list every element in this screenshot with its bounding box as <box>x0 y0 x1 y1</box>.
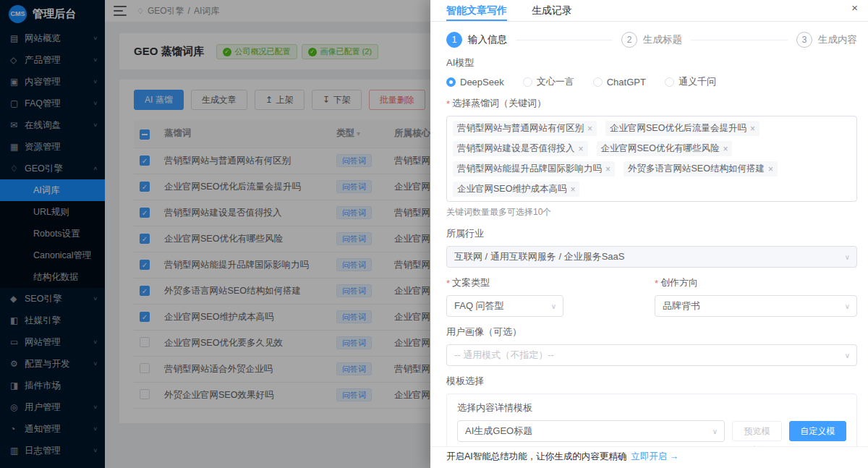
remove-tag-icon[interactable]: × <box>768 164 773 174</box>
radio-icon <box>665 77 674 87</box>
ai-writing-drawer: 智能文章写作生成记录× 1输入信息2生成标题3生成内容 AI模型 DeepSee… <box>430 0 868 468</box>
radio-label: DeepSeek <box>460 77 504 88</box>
step-label: 输入信息 <box>468 33 507 46</box>
keyword-tag: 营销型网站与普通网站有何区别× <box>453 121 597 136</box>
keyword-tag-label: 企业官网SEO维护成本高吗 <box>457 183 566 195</box>
step-number: 3 <box>796 32 812 48</box>
radio-label: 文心一言 <box>537 75 574 88</box>
remove-tag-icon[interactable]: × <box>750 124 755 134</box>
keyword-tag-label: 营销型网站与普通网站有何区别 <box>457 122 584 135</box>
custom-template-button[interactable]: 自定义模板 <box>789 421 846 441</box>
drawer-body: 1输入信息2生成标题3生成内容 AI模型 DeepSeek文心一言ChatGPT… <box>430 22 868 446</box>
chevron-down-icon: ∨ <box>845 352 850 359</box>
keyword-tag: 营销型网站能提升品牌国际影响力吗× <box>453 161 615 176</box>
ai-model-radio-group: DeepSeek文心一言ChatGPT通义千问 <box>446 75 857 88</box>
ai-model-label: AI模型 <box>446 56 857 69</box>
template-section-label: 模板选择 <box>446 375 857 388</box>
keyword-tag-label: 外贸多语言网站SEO结构如何搭建 <box>628 163 765 175</box>
radio-icon <box>593 77 603 87</box>
radio-icon <box>446 77 456 87</box>
model-radio-文心一言[interactable]: 文心一言 <box>523 75 574 88</box>
chevron-down-icon: ∨ <box>845 302 850 310</box>
keyword-tag: 企业官网SEO维护成本高吗× <box>453 182 579 197</box>
keywords-label: *选择蒸馏词（关键词） <box>446 97 857 110</box>
tab-智能文章写作[interactable]: 智能文章写作 <box>446 0 507 21</box>
radio-icon <box>523 77 532 87</box>
modal-mask[interactable] <box>0 0 430 468</box>
keyword-tag-label: 企业官网SEO优化有哪些风险 <box>601 142 720 155</box>
step-line <box>516 40 613 41</box>
chevron-down-icon: ∨ <box>712 427 718 435</box>
step-label: 生成内容 <box>818 33 857 46</box>
tab-生成记录[interactable]: 生成记录 <box>532 0 572 21</box>
chevron-down-icon: ∨ <box>845 253 850 261</box>
keywords-select[interactable]: 营销型网站与普通网站有何区别×企业官网SEO优化后流量会提升吗×营销型网站建设是… <box>446 116 857 202</box>
drawer-footer: 开启AI智能总结功能，让你生成的内容更精确 立即开启 → <box>430 446 868 468</box>
industry-label: 所属行业 <box>446 227 857 240</box>
remove-tag-icon[interactable]: × <box>723 144 728 154</box>
step-1: 1输入信息 <box>446 32 507 48</box>
direction-label: *创作方向 <box>655 276 857 289</box>
step-line <box>691 40 788 41</box>
step-label: 生成标题 <box>643 33 682 46</box>
keyword-tag: 外贸多语言网站SEO结构如何搭建× <box>624 161 778 176</box>
template-box: 选择内容详情模板 AI生成GEO标题∨ 预览模板 自定义模板 当前模板说明：用于… <box>446 393 857 446</box>
radio-label: 通义千问 <box>678 75 716 88</box>
keyword-tag: 营销型网站建设是否值得投入× <box>453 141 588 156</box>
radio-label: ChatGPT <box>607 77 646 88</box>
persona-label: 用户画像（可选） <box>446 326 857 339</box>
persona-select[interactable]: -- 通用模式（不指定）--∨ <box>446 344 857 366</box>
step-2: 2生成标题 <box>621 32 682 48</box>
template-select[interactable]: AI生成GEO标题∨ <box>457 420 725 442</box>
footer-text: 开启AI智能总结功能，让你生成的内容更精确 <box>446 451 626 463</box>
keyword-tag-label: 营销型网站能提升品牌国际影响力吗 <box>457 163 602 175</box>
direction-select[interactable]: 品牌背书∨ <box>655 295 857 317</box>
template-select-label: 选择内容详情模板 <box>457 401 846 414</box>
remove-tag-icon[interactable]: × <box>579 144 584 154</box>
model-radio-DeepSeek[interactable]: DeepSeek <box>446 77 504 88</box>
keyword-tag: 企业官网SEO优化有哪些风险× <box>597 141 733 156</box>
remove-tag-icon[interactable]: × <box>605 164 610 174</box>
step-number: 2 <box>621 32 637 48</box>
steps-bar: 1输入信息2生成标题3生成内容 <box>446 32 857 48</box>
industry-select[interactable]: 互联网 / 通用互联网服务 / 企业服务SaaS∨ <box>446 246 857 268</box>
doc-type-select[interactable]: FAQ 问答型∨ <box>446 295 563 317</box>
remove-tag-icon[interactable]: × <box>570 184 575 195</box>
keyword-tag-label: 营销型网站建设是否值得投入 <box>457 142 575 155</box>
remove-tag-icon[interactable]: × <box>587 124 592 134</box>
step-3: 3生成内容 <box>796 32 857 48</box>
keyword-tag: 企业官网SEO优化后流量会提升吗× <box>605 121 760 136</box>
doc-type-label: *文案类型 <box>446 276 563 289</box>
model-radio-ChatGPT[interactable]: ChatGPT <box>593 77 646 88</box>
step-number: 1 <box>446 32 462 48</box>
model-radio-通义千问[interactable]: 通义千问 <box>665 75 716 88</box>
keyword-tag-label: 企业官网SEO优化后流量会提升吗 <box>610 122 746 135</box>
chevron-down-icon: ∨ <box>551 302 556 310</box>
close-icon[interactable]: × <box>851 2 858 13</box>
enable-now-link[interactable]: 立即开启 → <box>631 451 678 463</box>
preview-template-button[interactable]: 预览模板 <box>732 421 782 441</box>
keywords-hint: 关键词数量最多可选择10个 <box>446 206 857 218</box>
drawer-tabs: 智能文章写作生成记录× <box>430 0 868 22</box>
